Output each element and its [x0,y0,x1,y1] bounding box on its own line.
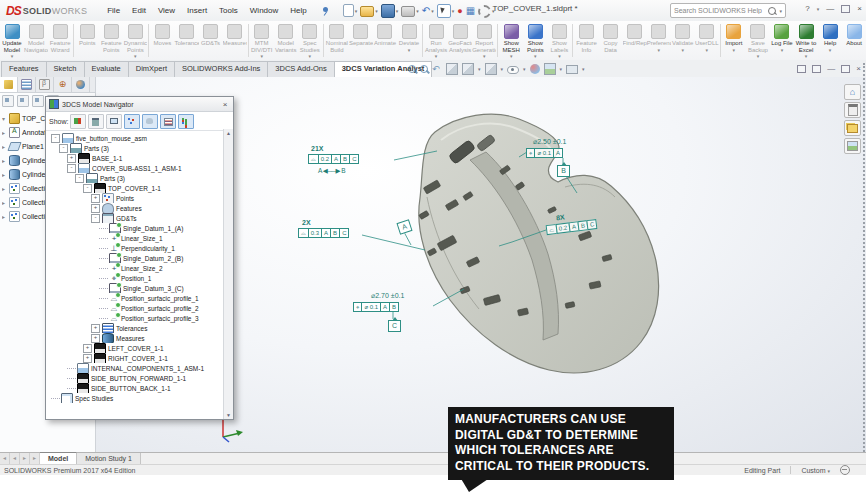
ribbon-separate-button[interactable]: Separate [349,21,373,60]
navigator-tree-item[interactable]: Spec Studies [49,393,223,403]
annotation-label[interactable]: 8X [556,213,565,221]
doc-close-icon[interactable]: × [856,64,861,73]
display-style-icon[interactable] [485,63,497,75]
datum-flag[interactable]: B [557,165,570,177]
navigator-tree-item[interactable]: Single_Datum_1_(A) [49,223,223,233]
home-icon[interactable]: ⌂ [844,84,861,100]
ribbon-measures-button[interactable]: Measures [223,21,247,60]
previous-view-icon[interactable]: ↶ [432,64,442,74]
ribbon-item-caret-icon[interactable]: ▾ [681,47,684,53]
ribbon-find-replace-button[interactable]: Find/Replace [623,21,647,60]
headsup-caret-icon[interactable]: ▾ [478,66,481,72]
scroll-up-icon[interactable]: ▲ [226,129,231,137]
configurationmanager-tab[interactable] [36,77,54,92]
navigator-tree-item[interactable]: +Tolerances [49,323,223,333]
tab-3dcs-add-ons[interactable]: 3DCS Add-Ons [267,61,334,77]
tab-solidworks-add-ins[interactable]: SOLIDWORKS Add-Ins [174,61,268,77]
ribbon-item-caret-icon[interactable]: ▾ [829,47,832,53]
dropdown-caret-icon[interactable]: ▾ [355,8,358,14]
dropdown-caret-icon[interactable]: ▾ [396,8,399,14]
box-icon[interactable] [844,102,861,118]
search-help-input[interactable]: Search SOLIDWORKS Help ▾ [670,3,786,18]
expand-box-icon[interactable]: + [83,344,92,353]
navigator-tree-item[interactable]: +Measures [49,333,223,343]
expand-arrow-icon[interactable]: ▾ [2,115,9,122]
navigator-tree-item[interactable]: -COVER_SUB-ASS1_1_ASM-1 [49,163,223,173]
ribbon-item-caret-icon[interactable]: ▾ [483,53,486,59]
ribbon-feature-info-button[interactable]: Feature Info [574,21,598,60]
feature-control-frame[interactable]: ⌖⌀ 0.1AB [354,302,399,312]
help-dropdown-icon[interactable]: ▾ [817,6,820,12]
ribbon-about-button[interactable]: About [842,21,866,60]
propertymanager-tab[interactable] [18,77,36,92]
open-button[interactable]: ▾ [360,4,378,17]
edit-appearance-icon[interactable] [530,64,540,74]
annotation-dim[interactable]: ⌀2.70 ±0.1 [371,292,404,300]
menu-help[interactable]: Help [284,6,312,15]
image-icon[interactable] [844,138,861,154]
ribbon-item-caret-icon[interactable]: ▾ [408,47,411,53]
search-icon[interactable] [768,7,776,15]
show-tree-icon[interactable] [178,114,194,129]
collapse-box-icon[interactable]: - [59,144,68,153]
ribbon-item-caret-icon[interactable]: ▾ [260,53,263,59]
expand-arrow-icon[interactable]: ▸ [2,199,9,206]
ribbon-item-caret-icon[interactable]: ▾ [134,53,137,59]
help-button[interactable]: ? [805,4,809,13]
ribbon-tolerances-button[interactable]: Tolerances [174,21,198,60]
collapse-box-icon[interactable]: - [91,214,100,223]
section-view-icon[interactable] [446,63,458,75]
dropdown-caret-icon[interactable]: ▾ [452,8,455,14]
navigator-scrollbar[interactable]: ▲ ▼ [223,129,233,419]
navigator-tree-item[interactable]: ⌖Position_1 [49,273,223,283]
pin-menu-icon[interactable] [321,7,329,15]
save-button[interactable]: ▾ [381,4,399,18]
annotation-label[interactable]: 21X [311,145,323,152]
filter-icon[interactable] [32,95,44,107]
ribbon-item-caret-icon[interactable]: ▾ [706,47,709,53]
menu-view[interactable]: View [152,6,181,15]
expand-arrow-icon[interactable]: ▸ [2,185,9,192]
annotation-note[interactable]: A ◀──▶ B [318,167,345,175]
dropdown-caret-icon[interactable]: ▾ [431,8,434,14]
apply-scene-icon[interactable] [544,63,556,75]
zoom-area-icon[interactable] [420,65,428,73]
menu-tools[interactable]: Tools [213,6,244,15]
scroll-down-icon[interactable]: ▼ [226,411,231,419]
expand-box-icon[interactable]: + [91,334,100,343]
show-features-icon[interactable] [88,114,104,129]
doc-minimize-icon[interactable]: — [827,64,835,73]
dropdown-caret-icon[interactable]: ▾ [416,8,419,14]
ribbon-log-file-button[interactable]: Log File▾ [770,21,794,60]
print-button[interactable]: ▾ [401,4,419,17]
headsup-caret-icon[interactable]: ▾ [582,66,585,72]
ribbon-feature-points-button[interactable]: Feature Points [99,21,123,60]
navigator-tree-item[interactable]: +Linear_Size_2 [49,263,223,273]
hide-show-items-icon[interactable] [507,66,519,74]
expand-box-icon[interactable]: + [67,154,76,163]
annotation-dim[interactable]: ⌀2.50 ±0.1 [533,138,566,146]
zoom-fit-icon[interactable] [408,65,416,73]
ribbon-validate-button[interactable]: Validate▾ [671,21,695,60]
ribbon-animate-button[interactable]: Animate [373,21,397,60]
dimxpertmanager-tab[interactable]: ⊕ [54,77,72,92]
collapse-box-icon[interactable]: - [75,174,84,183]
ribbon-item-caret-icon[interactable]: ▾ [510,53,513,59]
navigator-tree-item[interactable]: Single_Datum_2_(B) [49,253,223,263]
ribbon-show-labels-by-part-button[interactable]: Show Labels by Part▾ [547,21,571,60]
show-mesh-icon[interactable] [70,114,86,129]
ribbon-save-backup-button[interactable]: Save Backup▾ [746,21,770,60]
new-document-button[interactable]: ▾ [343,4,358,17]
ribbon-points-button[interactable]: Points [75,21,99,60]
navigator-tree-item[interactable]: -GD&Ts [49,213,223,223]
navigator-tree-item[interactable]: -Parts (3) [49,173,223,183]
undo-button[interactable]: ↶▾ [422,5,434,17]
expand-arrow-icon[interactable]: ▸ [2,157,9,164]
doc-restore-icon[interactable] [841,65,850,73]
ribbon-deviate-button[interactable]: Deviate▾ [397,21,421,60]
ribbon-item-caret-icon[interactable]: ▾ [11,53,14,59]
ribbon-show-mesh-button[interactable]: Show MESH▾ [499,21,523,60]
expand-box-icon[interactable]: + [91,324,100,333]
panel-splitter[interactable] [863,63,865,467]
navigator-tree-item[interactable]: ⌓Position_surfacic_profile_2 [49,303,223,313]
